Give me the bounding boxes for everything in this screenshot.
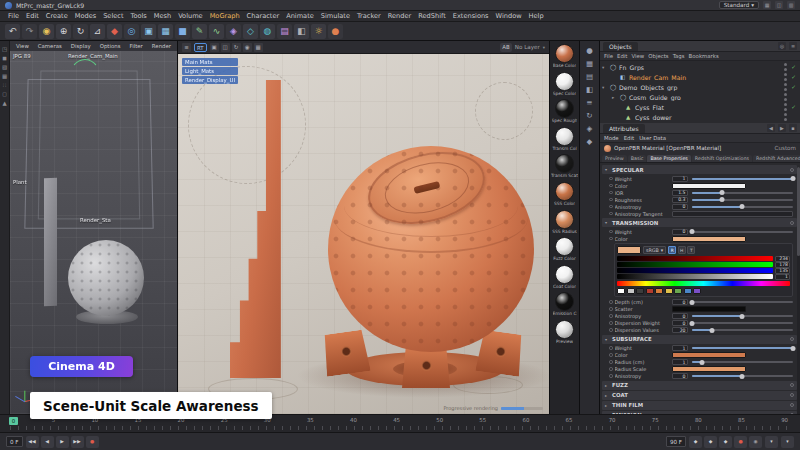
property-slider[interactable] [692,199,794,201]
rt-toggle-button[interactable]: RT [194,43,207,52]
play-button[interactable]: ▶ [56,436,69,448]
property-row[interactable]: IOR 1.5 [602,189,797,196]
deformer-icon[interactable]: ▤ [277,24,292,39]
visibility-dots[interactable] [784,103,787,111]
material-channel[interactable]: Transm Scat [550,154,579,180]
filter-list-icon[interactable]: ≡ [586,98,592,107]
move-tool-icon[interactable]: ⊕ [56,24,71,39]
autokey-icon[interactable]: ● [734,436,747,448]
layout-rows-icon[interactable]: ▥ [787,1,795,9]
keyframe-dot-icon[interactable] [609,191,613,195]
property-row[interactable]: Weight 1 [602,175,797,182]
axis-xyz-icon[interactable]: ◆ [107,24,122,39]
keyframe-dot-icon[interactable] [609,307,613,311]
property-value-field[interactable]: 20 [672,327,688,333]
keyframe-dot-icon[interactable] [609,367,613,371]
keyframe-dot-icon[interactable] [609,230,613,234]
preset-color-swatch[interactable] [674,288,682,294]
coordinate-system-icon[interactable]: ◎ [124,24,139,39]
channel-value-field[interactable]: 178 [775,262,790,268]
property-value-field[interactable]: 0 [672,373,688,379]
property-row[interactable]: Anisotropy 0 [602,203,797,210]
spline-icon[interactable]: ∿ [209,24,224,39]
attribute-tab[interactable]: Redshift Optimizations [692,155,752,162]
enabled-check-icon[interactable]: ✓ [790,84,797,90]
property-value-field[interactable]: 1 [672,359,688,365]
keyframe-dot-icon[interactable] [609,321,613,325]
material-ball-icon[interactable] [555,182,574,201]
attributes-menu-item[interactable]: Edit [624,135,634,141]
preset-color-swatch[interactable] [684,288,692,294]
property-slider[interactable] [692,178,794,180]
viewport-camera-label[interactable]: Render_Cam_Main [68,53,118,59]
lock-icon[interactable]: ▪ [789,124,797,132]
current-color-swatch[interactable] [617,246,641,254]
object-name[interactable]: Cyss_Flat [635,104,782,111]
property-slider[interactable] [692,347,794,349]
property-row[interactable]: Roughness 0.3 [602,196,797,203]
attribute-tab[interactable]: Preview [602,155,627,162]
keyframe-dot-icon[interactable] [609,314,613,318]
attribute-tab[interactable]: Redshift Advanced [753,155,800,162]
material-channel[interactable]: Base Color [550,44,579,70]
object-tree-row[interactable]: ▾ ◯ Demo_Objects_grp ✓ [600,82,800,92]
menu-item[interactable]: Render [385,12,414,20]
keyframe-dot-icon[interactable] [609,198,613,202]
solo-layer-button[interactable]: Light_Mats [182,67,238,75]
enabled-check-icon[interactable]: ✓ [790,104,797,110]
viewport-menu-item[interactable]: Options [97,43,124,49]
section-specular[interactable]: ▾ SPECULAR [602,165,797,174]
subdivide-icon[interactable]: ◈ [226,24,241,39]
rotation-key-icon[interactable]: ◆ [719,436,732,448]
channel-slider[interactable] [617,262,773,267]
section-subsurface[interactable]: ▾ SUBSURFACE [602,335,797,344]
property-row[interactable]: Weight 1 [602,345,797,352]
material-icon[interactable]: ● [328,24,343,39]
channel-value-field[interactable]: 234 [775,256,790,262]
picker-mode-button[interactable]: H [678,246,686,254]
material-ball-icon[interactable] [555,154,574,173]
settings-icon[interactable]: ◈ [587,124,593,133]
color-swatch[interactable] [672,352,746,358]
points-mode-icon[interactable]: ∷ [3,82,7,88]
enabled-check-icon[interactable]: ✓ [790,64,797,70]
objects-menu-item[interactable]: View [631,53,644,59]
menu-item[interactable]: Extensions [450,12,492,20]
keyframe-dot-icon[interactable] [609,328,613,332]
property-row[interactable]: Dispersion Weight 0 [602,320,797,327]
property-value-field[interactable]: 0 [672,313,688,319]
layout-grid-icon[interactable]: ▦ [763,1,771,9]
visibility-dots[interactable] [784,93,787,101]
material-channel[interactable]: Fuzz Color [550,237,579,263]
prev-frame-button[interactable]: ◀ [41,436,54,448]
object-name[interactable]: Cosm_Guide_gro [629,94,782,101]
color-space-dropdown[interactable]: sRGB▾ [643,246,666,254]
material-ball-icon[interactable] [555,320,574,339]
current-frame-marker[interactable]: 0 [9,417,18,425]
property-row[interactable]: Radius Scale [602,366,797,373]
render-settings-icon[interactable]: ▦ [158,24,173,39]
property-row[interactable]: Anisotropy Tangent [602,210,797,217]
zoom-icon[interactable]: ◉ [243,43,252,52]
material-ball-icon[interactable] [555,99,574,118]
scale-tool-icon[interactable]: ⊿ [90,24,105,39]
refresh-icon[interactable]: ↻ [232,43,241,52]
property-row[interactable]: Weight 0 [602,228,797,235]
menu-item[interactable]: Tracker [354,12,384,20]
material-channel[interactable]: SSS Color [550,182,579,208]
pen-spline-icon[interactable]: ✎ [192,24,207,39]
channel-slider[interactable] [617,256,773,261]
property-row[interactable]: Anisotropy 0 [602,313,797,320]
solo-layer-button[interactable]: Render_Display_UI [182,76,238,84]
picker-mode-button[interactable]: R [668,246,676,254]
visibility-dots[interactable] [784,73,787,81]
property-slider[interactable] [692,315,794,317]
property-value-field[interactable]: 0 [672,320,688,326]
pin-icon[interactable]: ◆ [587,137,593,146]
viewport-menu-item[interactable]: Cameras [35,43,65,49]
material-channel[interactable]: Coat Color [550,265,579,291]
create-material-icon[interactable]: ● [586,46,593,55]
texture-mode-icon[interactable]: ▨ [2,64,7,70]
menu-item[interactable]: Select [100,12,126,20]
texture-manager-icon[interactable]: ▤ [586,72,593,81]
